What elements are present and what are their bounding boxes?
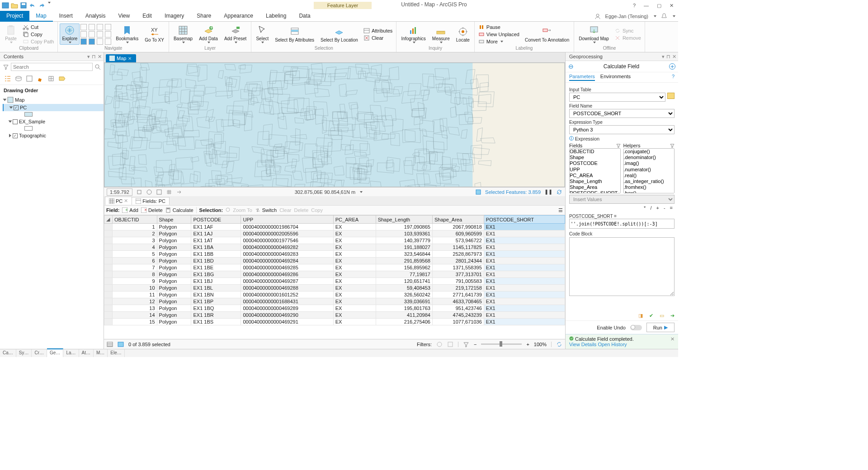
select-by-attributes-button[interactable]: Select By Attributes xyxy=(272,25,317,43)
explore-button[interactable]: Explore xyxy=(60,24,80,45)
table-tab-fields[interactable]: Fields: PC xyxy=(132,197,170,205)
browse-icon[interactable] xyxy=(667,93,675,99)
row-header[interactable] xyxy=(104,271,113,278)
column-shape_area[interactable]: Shape_Area xyxy=(432,216,484,224)
row-selector-header[interactable]: ◢ xyxy=(104,216,113,224)
measure-button[interactable]: Measure xyxy=(429,24,453,44)
field-add-button[interactable]: +Add xyxy=(122,207,138,213)
remove-button[interactable]: Remove xyxy=(613,34,643,42)
pause-draw-icon[interactable]: ❚❚ xyxy=(544,189,552,195)
dynamic-con-icon[interactable] xyxy=(176,189,182,195)
field-calculate-button[interactable]: Calculate xyxy=(165,207,193,213)
list-by-selection-icon[interactable] xyxy=(25,75,33,83)
ribbon-tab-labeling[interactable]: Labeling xyxy=(259,11,292,22)
filter-extent-icon[interactable] xyxy=(447,341,453,348)
switch-selection-button[interactable]: Switch xyxy=(255,207,277,213)
select-by-location-button[interactable]: Select By Location xyxy=(318,25,361,43)
cut-button[interactable]: Cut xyxy=(21,24,56,31)
undo-icon[interactable] xyxy=(29,2,36,9)
expand-icon[interactable] xyxy=(9,134,11,137)
refresh-icon[interactable] xyxy=(556,189,562,195)
dock-tab[interactable]: Ca… xyxy=(0,349,16,357)
toc-map-node[interactable]: Map xyxy=(3,96,104,104)
list-by-snapping-icon[interactable] xyxy=(47,75,55,83)
maximize-icon[interactable]: ▢ xyxy=(657,3,661,9)
filter-icon[interactable] xyxy=(616,143,621,148)
table-row[interactable]: 15PolygonEX1 1BS00004000000000469291EX21… xyxy=(104,319,565,325)
expand-icon[interactable] xyxy=(9,121,12,123)
row-header[interactable] xyxy=(104,244,113,251)
locate-button[interactable]: Locate xyxy=(453,25,472,43)
add-preset-button[interactable]: Add Preset xyxy=(222,24,249,44)
ribbon-tab-appearance[interactable]: Appearance xyxy=(217,11,259,22)
column-shape[interactable]: Shape xyxy=(157,216,191,224)
row-header[interactable] xyxy=(104,264,113,271)
fields-list[interactable]: OBJECTIDShapePOSTCODEUPPPC_AREAShape_Len… xyxy=(569,148,621,193)
row-header[interactable] xyxy=(104,278,113,285)
column-shape_length[interactable]: Shape_Length xyxy=(376,216,432,224)
checkbox[interactable] xyxy=(13,119,18,124)
list-by-labeling-icon[interactable] xyxy=(58,75,66,83)
project-icon[interactable] xyxy=(2,2,9,9)
table-row[interactable]: 3PolygonEX1 1AT00004000000001977546EX140… xyxy=(104,237,565,244)
row-header[interactable] xyxy=(104,224,113,230)
convert-to-annotation-button[interactable]: Convert To Annotation xyxy=(522,25,572,43)
column-upp[interactable]: UPP xyxy=(241,216,333,224)
row-header[interactable] xyxy=(104,291,113,298)
row-header[interactable] xyxy=(104,258,113,264)
close-icon[interactable]: ✕ xyxy=(670,3,674,9)
ribbon-tab-data[interactable]: Data xyxy=(292,11,316,22)
checkbox[interactable]: ✓ xyxy=(13,133,18,138)
dock-tab[interactable]: La… xyxy=(63,349,79,357)
toc-layer-pc[interactable]: ✓PC xyxy=(3,104,104,111)
download-map-button[interactable]: Download Map xyxy=(576,24,612,44)
ribbon-tab-insert[interactable]: Insert xyxy=(53,11,79,22)
table-row[interactable]: 8PolygonEX1 1BG00004000000000469286EX77,… xyxy=(104,271,565,278)
dock-tab[interactable]: Ge… xyxy=(47,348,63,357)
zoom-in-icon[interactable]: + xyxy=(526,342,529,347)
help-icon[interactable]: ? xyxy=(633,3,636,9)
table-menu-icon[interactable]: ☰ xyxy=(558,207,563,213)
contents-search[interactable] xyxy=(11,63,93,71)
bookmarks-button[interactable]: Bookmarks xyxy=(113,24,141,44)
ribbon-tab-view[interactable]: View xyxy=(112,11,136,22)
attributes-button[interactable]: Attributes xyxy=(362,27,394,34)
dock-tab[interactable]: M… xyxy=(94,349,108,357)
column-postcode[interactable]: POSTCODE xyxy=(191,216,241,224)
expression-input[interactable] xyxy=(569,219,675,229)
dock-tab[interactable]: Sy… xyxy=(16,349,32,357)
layer-symbol[interactable] xyxy=(24,112,33,117)
scale-lock-icon[interactable] xyxy=(136,189,142,195)
view-unplaced-button[interactable]: View Unplaced xyxy=(476,31,521,38)
refresh-table-icon[interactable] xyxy=(556,341,562,348)
zoom-slider[interactable] xyxy=(481,343,522,345)
clear-selection-button[interactable]: Clear xyxy=(362,34,394,42)
list-by-drawing-order-icon[interactable] xyxy=(4,75,12,83)
qat-dropdown-icon[interactable] xyxy=(48,2,51,4)
pause-labels-button[interactable]: Pause xyxy=(476,24,521,31)
grid-icon[interactable] xyxy=(166,189,172,195)
redo-icon[interactable] xyxy=(38,2,45,9)
row-header[interactable] xyxy=(104,285,113,291)
table-row[interactable]: 7PolygonEX1 1BE00004000000000469285EX156… xyxy=(104,264,565,271)
column-pc_area[interactable]: PC_AREA xyxy=(333,216,376,224)
add-to-favorites-icon[interactable]: + xyxy=(669,63,675,70)
show-selected-icon[interactable] xyxy=(118,341,124,348)
open-icon[interactable] xyxy=(11,2,18,9)
table-row[interactable]: 13PolygonEX1 1BQ00004000000000469289EX19… xyxy=(104,305,565,312)
filter-range-icon[interactable] xyxy=(463,341,469,348)
filter-icon[interactable] xyxy=(670,143,675,148)
table-tab-pc[interactable]: PC✕ xyxy=(105,197,132,205)
field-name-select[interactable]: POSTCODE_SHORT xyxy=(569,109,675,118)
ribbon-tab-share[interactable]: Share xyxy=(190,11,217,22)
table-row[interactable]: 2PolygonEX1 1AJ00004000000002005596EX103… xyxy=(104,230,565,237)
minimize-icon[interactable]: — xyxy=(644,3,649,9)
ribbon-tab-analysis[interactable]: Analysis xyxy=(79,11,112,22)
tab-environments[interactable]: Environments xyxy=(600,74,631,81)
input-table-select[interactable]: PC xyxy=(569,93,665,102)
table-row[interactable]: 4PolygonEX1 1BA00004000000000469282EX191… xyxy=(104,244,565,251)
save-icon[interactable] xyxy=(20,2,27,9)
layer-symbol[interactable] xyxy=(24,126,33,131)
ribbon-tab-project[interactable]: Project xyxy=(0,11,29,22)
load-icon[interactable]: ▭ xyxy=(660,313,664,319)
